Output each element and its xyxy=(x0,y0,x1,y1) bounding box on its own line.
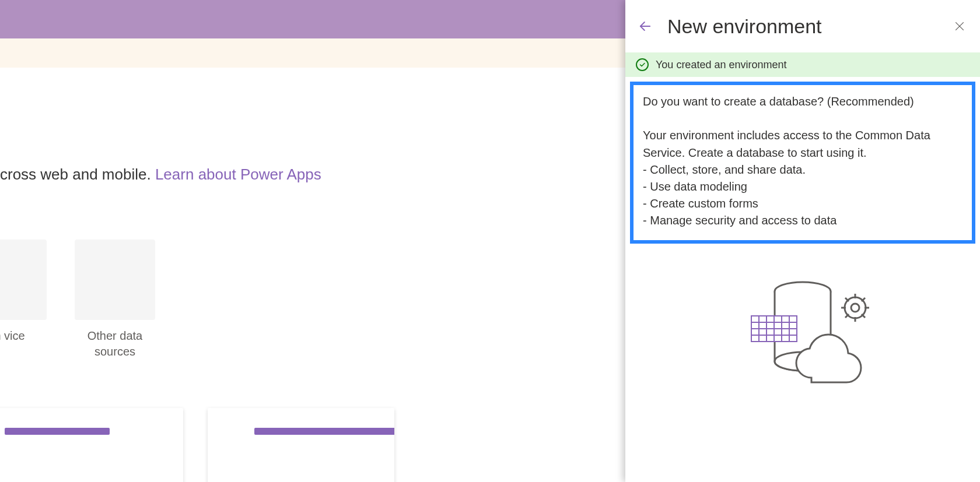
prompt-bullet: - Use data modeling xyxy=(643,178,963,195)
card-tile xyxy=(75,240,155,320)
preview-row xyxy=(0,408,394,482)
learn-link[interactable]: Learn about Power Apps xyxy=(155,166,321,183)
card-label: on vice xyxy=(0,328,25,344)
prompt-bullet: - Collect, store, and share data. xyxy=(643,161,963,178)
svg-point-3 xyxy=(851,304,859,312)
prompt-description: Your environment includes access to the … xyxy=(643,127,963,161)
card-label: Other data sources xyxy=(75,328,155,360)
prompt-bullet: - Create custom forms xyxy=(643,195,963,212)
success-banner: You created an environment xyxy=(625,52,980,77)
hero-prefix: cross web and mobile. xyxy=(0,166,155,183)
panel-header: New environment xyxy=(625,0,980,52)
close-button[interactable] xyxy=(953,20,966,33)
create-database-prompt: Do you want to create a database? (Recom… xyxy=(630,82,975,244)
prompt-question: Do you want to create a database? (Recom… xyxy=(643,93,963,110)
arrow-left-icon xyxy=(637,18,653,34)
database-illustration xyxy=(625,279,980,395)
panel-title: New environment xyxy=(667,15,939,38)
card-grid: on vice Other data sources xyxy=(0,240,155,360)
back-button[interactable] xyxy=(637,18,653,34)
success-text: You created an environment xyxy=(656,59,787,71)
app-preview[interactable] xyxy=(0,408,183,482)
card-tile xyxy=(0,240,47,320)
prompt-bullet: - Manage security and access to data xyxy=(643,212,963,229)
card-common-data-service[interactable]: on vice xyxy=(0,240,47,360)
card-other-data-sources[interactable]: Other data sources xyxy=(75,240,155,360)
preview-accent xyxy=(5,428,110,435)
close-icon xyxy=(953,20,966,33)
preview-accent xyxy=(254,428,394,435)
new-environment-panel: New environment You created an environme… xyxy=(625,0,980,482)
app-preview[interactable] xyxy=(208,408,394,482)
hero-text: cross web and mobile. Learn about Power … xyxy=(0,166,321,184)
checkmark-icon xyxy=(636,58,649,71)
